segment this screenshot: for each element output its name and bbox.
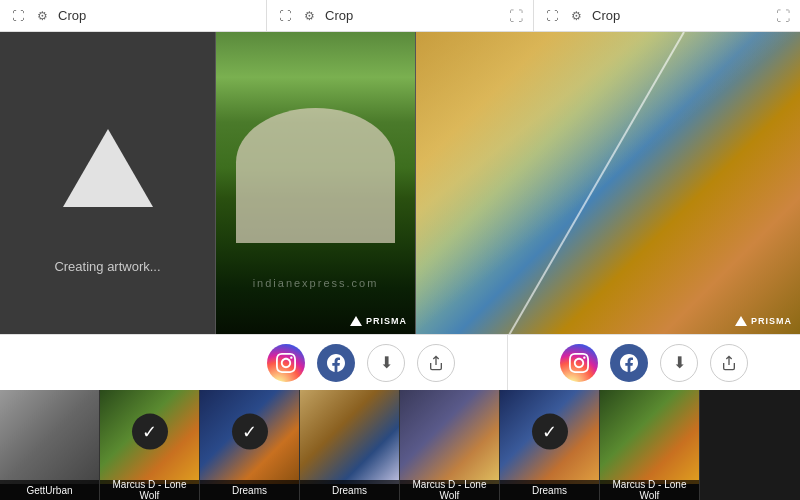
prisma-badge-panel3: PRISMA — [735, 316, 792, 326]
settings-icon-1[interactable]: ⚙ — [34, 8, 50, 24]
prisma-badge-triangle-2 — [735, 316, 747, 326]
download-button-left[interactable]: ⬇ — [367, 344, 405, 382]
filmstrip-item-6[interactable]: ✓Dreams — [500, 390, 600, 500]
filmstrip-item-1[interactable]: GettUrban — [0, 390, 100, 500]
prisma-badge-label-2: PRISMA — [751, 316, 792, 326]
watermark-text: indianexpress.com — [253, 277, 379, 289]
panel-photo: indianexpress.com PRISMA — [215, 32, 415, 334]
instagram-button-left[interactable] — [267, 344, 305, 382]
action-section-right: ⬇ — [508, 335, 800, 390]
thumb-label-6: Dreams — [500, 480, 599, 500]
thumb-check-6: ✓ — [532, 413, 568, 449]
prisma-badge-panel2: PRISMA — [350, 316, 407, 326]
filmstrip-item-5[interactable]: Marcus D - Lone Wolf — [400, 390, 500, 500]
share-button-left[interactable] — [417, 344, 455, 382]
settings-icon-2[interactable]: ⚙ — [301, 8, 317, 24]
top-bar-section-3: ⛶ ⚙ Crop ⛶ — [534, 0, 800, 31]
top-bar-label-1: Crop — [58, 8, 86, 23]
panel-art: PRISMA — [415, 32, 800, 334]
filmstrip-item-2[interactable]: ✓Marcus D - Lone Wolf — [100, 390, 200, 500]
action-bar: ⬇ ⬇ — [0, 334, 800, 390]
diagonal-overlay — [416, 32, 800, 334]
thumb-bg-1 — [0, 390, 99, 484]
dome-shape — [236, 108, 395, 244]
prisma-triangle-logo — [63, 129, 153, 207]
panel-creating: Creating artwork... — [0, 32, 215, 334]
thumb-label-5: Marcus D - Lone Wolf — [400, 480, 499, 500]
instagram-button-right[interactable] — [560, 344, 598, 382]
filmstrip: GettUrban✓Marcus D - Lone Wolf✓DreamsDre… — [0, 390, 800, 500]
thumb-label-4: Dreams — [300, 480, 399, 500]
settings-icon-3[interactable]: ⚙ — [568, 8, 584, 24]
creating-text: Creating artwork... — [54, 259, 160, 274]
crop-icon-2: ⛶ — [277, 8, 293, 24]
prisma-badge-triangle — [350, 316, 362, 326]
thumb-label-2: Marcus D - Lone Wolf — [100, 480, 199, 500]
action-section-left: ⬇ — [215, 335, 508, 390]
thumb-label-3: Dreams — [200, 480, 299, 500]
thumb-bg-3: ✓ — [200, 390, 299, 484]
share-button-right[interactable] — [710, 344, 748, 382]
thumb-bg-7 — [600, 390, 699, 484]
top-bar-label-2: Crop — [325, 8, 353, 23]
top-bar: ⛶ ⚙ Crop ⛶ ⚙ Crop ⛶ ⛶ ⚙ Crop ⛶ — [0, 0, 800, 32]
art-bg: PRISMA — [416, 32, 800, 334]
expand-icon-2[interactable]: ⛶ — [509, 8, 523, 24]
top-bar-section-1: ⛶ ⚙ Crop — [0, 0, 267, 31]
main-area: Creating artwork... indianexpress.com PR… — [0, 32, 800, 334]
filmstrip-item-7[interactable]: Marcus D - Lone Wolf — [600, 390, 700, 500]
top-bar-label-3: Crop — [592, 8, 620, 23]
facebook-button-left[interactable] — [317, 344, 355, 382]
thumb-label-7: Marcus D - Lone Wolf — [600, 480, 699, 500]
thumb-bg-5 — [400, 390, 499, 484]
filmstrip-item-3[interactable]: ✓Dreams — [200, 390, 300, 500]
thumb-bg-4 — [300, 390, 399, 484]
thumb-check-2: ✓ — [132, 413, 168, 449]
expand-icon-3[interactable]: ⛶ — [776, 8, 790, 24]
crop-icon-1: ⛶ — [10, 8, 26, 24]
photo-bg: indianexpress.com PRISMA — [216, 32, 415, 334]
thumb-bg-2: ✓ — [100, 390, 199, 484]
thumb-label-1: GettUrban — [0, 480, 99, 500]
prisma-badge-label: PRISMA — [366, 316, 407, 326]
crop-icon-3: ⛶ — [544, 8, 560, 24]
thumb-bg-6: ✓ — [500, 390, 599, 484]
facebook-button-right[interactable] — [610, 344, 648, 382]
top-bar-section-2: ⛶ ⚙ Crop ⛶ — [267, 0, 534, 31]
filmstrip-item-4[interactable]: Dreams — [300, 390, 400, 500]
thumb-check-3: ✓ — [232, 413, 268, 449]
download-button-right[interactable]: ⬇ — [660, 344, 698, 382]
